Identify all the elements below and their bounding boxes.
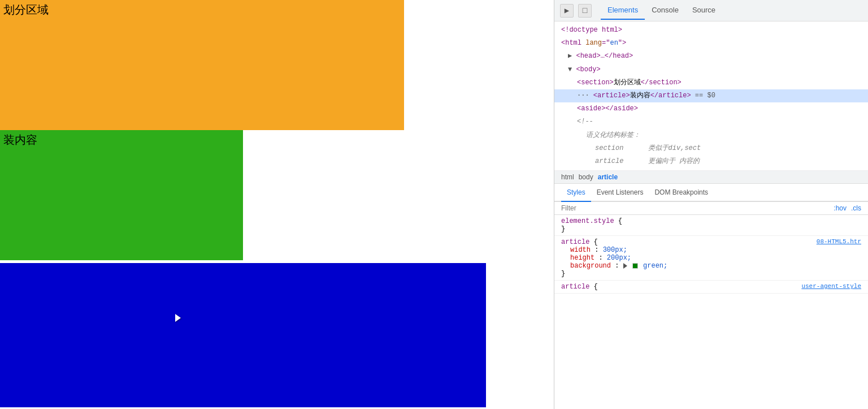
article-selector-text: article bbox=[561, 238, 594, 246]
height-value: 200px; bbox=[607, 254, 631, 262]
ua-selector-text: article bbox=[561, 283, 594, 291]
element-style-selector: element.style { bbox=[561, 217, 861, 225]
equals-sign: == bbox=[695, 92, 708, 100]
width-prop-name: width bbox=[561, 246, 591, 254]
article-close-brace: } bbox=[561, 270, 861, 278]
filter-bar: :hov .cls bbox=[554, 202, 868, 215]
article-block: 装内容 bbox=[0, 130, 243, 260]
colon2: : bbox=[598, 254, 606, 262]
article-close-tag: </article> bbox=[650, 92, 691, 100]
filter-hov[interactable]: :hov bbox=[834, 204, 847, 212]
tree-aside: <aside></aside> bbox=[554, 102, 868, 115]
section-close-tag: </section> bbox=[641, 79, 682, 87]
preview-panel: 划分区域 装内容 bbox=[0, 0, 554, 409]
article-source[interactable]: 08-HTML5.htr bbox=[817, 238, 861, 245]
devtools-tab-bar: ▶ □ Elements Console Source bbox=[554, 0, 868, 21]
devtools-icon-bar: ▶ □ bbox=[560, 4, 592, 18]
tree-head: ▶ <head>…</head> bbox=[554, 50, 868, 63]
tree-article[interactable]: ··· <article>装内容</article> == $0 bbox=[554, 89, 868, 102]
color-swatch-green[interactable] bbox=[632, 263, 638, 269]
element-style-close-brace: } bbox=[561, 225, 861, 233]
background-value: green; bbox=[643, 262, 667, 270]
inspect-icon[interactable]: □ bbox=[578, 4, 592, 18]
breadcrumb-html[interactable]: html bbox=[561, 173, 574, 181]
tree-doctype: <!doctype html> bbox=[554, 24, 868, 37]
tree-comment-article-row: article 更偏向于 内容的 bbox=[554, 155, 868, 168]
aside-block bbox=[0, 263, 486, 407]
article-open-tag: <article> bbox=[593, 92, 630, 100]
breadcrumb-bar: html body article bbox=[554, 171, 868, 184]
tab-event-listeners[interactable]: Event Listeners bbox=[591, 184, 649, 202]
tab-styles[interactable]: Styles bbox=[561, 184, 591, 202]
background-prop-name: background bbox=[561, 262, 611, 270]
tab-elements[interactable]: Elements bbox=[601, 1, 645, 20]
doctype-text: <!doctype html> bbox=[561, 26, 622, 34]
tree-section: <section>划分区域</section> bbox=[554, 76, 868, 89]
comment-article-label: article 更偏向于 内容的 bbox=[595, 157, 700, 165]
triangle-right-icon bbox=[623, 263, 627, 269]
section-block: 划分区域 bbox=[0, 0, 404, 130]
aside-tag: <aside></aside> bbox=[577, 105, 638, 113]
elements-tree: <!doctype html> <html lang="en"> ▶ <head… bbox=[554, 21, 868, 171]
section-text: 划分区域 bbox=[614, 79, 641, 87]
html-open-tag: <html bbox=[561, 39, 585, 47]
html-attr-value: en bbox=[610, 39, 618, 47]
html-attr-name: lang bbox=[585, 39, 602, 47]
tree-comment-section-row: section 类似于div,sect bbox=[554, 142, 868, 155]
filter-input[interactable] bbox=[561, 204, 829, 212]
colon1: : bbox=[594, 246, 602, 254]
body-tag: <body> bbox=[576, 66, 600, 74]
tab-source[interactable]: Source bbox=[685, 1, 722, 20]
width-prop: width : 300px; bbox=[561, 246, 861, 254]
article-text: 装内容 bbox=[630, 92, 650, 100]
ua-article-header: article { user-agent-style bbox=[561, 283, 861, 291]
colon3: : bbox=[615, 262, 623, 270]
head-arrow[interactable]: ▶ bbox=[568, 52, 572, 60]
breadcrumb-body[interactable]: body bbox=[579, 173, 593, 181]
height-prop: height : 200px; bbox=[561, 254, 861, 262]
element-style-rule: element.style { } bbox=[554, 215, 868, 236]
ua-open-brace: { bbox=[594, 283, 598, 291]
article-style-header: article { 08-HTML5.htr bbox=[561, 238, 861, 246]
comment-open: <!-- bbox=[577, 118, 593, 126]
styles-content: element.style { } article { 08-HTML5.htr… bbox=[554, 215, 868, 409]
devtools-panel: ▶ □ Elements Console Source <!doctype ht… bbox=[554, 0, 868, 409]
user-agent-article-rule: article { user-agent-style bbox=[554, 281, 868, 294]
background-prop: background : green; bbox=[561, 262, 861, 270]
section-tag: <section> bbox=[577, 79, 614, 87]
element-style-open-brace: { bbox=[618, 217, 622, 225]
tab-dom-breakpoints[interactable]: DOM Breakpoints bbox=[649, 184, 714, 202]
tree-html: <html lang="en"> bbox=[554, 37, 868, 50]
dots: ··· bbox=[577, 92, 593, 100]
tab-console[interactable]: Console bbox=[645, 1, 685, 20]
article-style-rule: article { 08-HTML5.htr width : 300px; he… bbox=[554, 236, 868, 281]
body-arrow[interactable]: ▼ bbox=[568, 66, 572, 74]
tree-comment-text: 语义化结构标签： bbox=[554, 129, 868, 142]
breadcrumb-article[interactable]: article bbox=[598, 173, 618, 181]
section-label: 划分区域 bbox=[0, 0, 404, 20]
tree-body: ▼ <body> bbox=[554, 63, 868, 76]
tree-comment-open: <!-- bbox=[554, 115, 868, 128]
styles-tab-bar: Styles Event Listeners DOM Breakpoints bbox=[554, 184, 868, 202]
cursor-icon[interactable]: ▶ bbox=[560, 4, 574, 18]
comment-semantic: 语义化结构标签： bbox=[586, 131, 640, 139]
element-style-selector-text: element.style bbox=[561, 217, 618, 225]
article-open-brace: { bbox=[594, 238, 598, 246]
filter-cls[interactable]: .cls bbox=[851, 204, 861, 212]
width-value: 300px; bbox=[603, 246, 627, 254]
ua-source[interactable]: user-agent-style bbox=[801, 283, 861, 290]
height-prop-name: height bbox=[561, 254, 594, 262]
dollar-sign: $0 bbox=[707, 92, 715, 100]
head-tag: <head>…</head> bbox=[576, 52, 633, 60]
html-close-brace: "> bbox=[618, 39, 626, 47]
comment-section-label: section 类似于div,sect bbox=[595, 144, 701, 152]
equals: =" bbox=[602, 39, 610, 47]
article-label: 装内容 bbox=[0, 130, 243, 150]
